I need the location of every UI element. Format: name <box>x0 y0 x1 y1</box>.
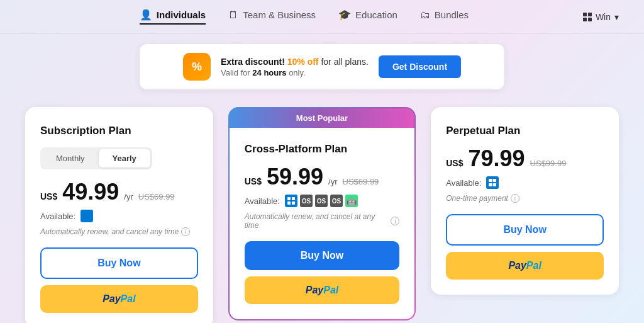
cross-platform-buy-button[interactable]: Buy Now <box>245 241 400 270</box>
tab-team-business[interactable]: 🗒 Team & Business <box>228 9 316 25</box>
platform-label: Win <box>596 12 611 22</box>
cross-platform-icons: OS OS OS 🤖 <box>285 195 358 207</box>
perpetual-buy-button[interactable]: Buy Now <box>446 214 604 246</box>
cross-windows-icon <box>285 195 297 207</box>
discount-icon: % <box>183 53 211 81</box>
perpetual-platform-icons <box>486 176 499 189</box>
tab-individuals-label: Individuals <box>157 9 206 20</box>
discount-text: Extra discount! 10% off for all plans. V… <box>221 57 369 77</box>
platform-selector[interactable]: Win ▾ <box>583 12 619 22</box>
cross-platform-period: /yr <box>328 177 337 186</box>
subscription-renew-note: Automatically renew, and cancel any time… <box>40 227 198 236</box>
perpetual-payment-note: One-time payment i <box>446 194 604 203</box>
subscription-available-label: Available: <box>40 212 75 221</box>
tab-team-label: Team & Business <box>243 9 316 20</box>
discount-amount: 10% off <box>287 57 319 67</box>
perpetual-available-row: Available: <box>446 176 604 189</box>
chevron-down-icon: ▾ <box>614 12 619 22</box>
cross-platform-price: 59.99 <box>267 166 323 188</box>
cross-macos2-icon: OS <box>315 195 328 207</box>
billing-toggle: Monthly Yearly <box>40 147 152 169</box>
subscription-paypal-logo: PayPal <box>103 293 135 305</box>
cross-platform-plan-title: Cross-Platform Plan <box>245 143 400 156</box>
perpetual-plan-card: Perpetual Plan US$ 79.99 US$99.99 Availa… <box>431 107 619 295</box>
nav-tabs: 👤 Individuals 🗒 Team & Business 🎓 Educat… <box>25 9 583 25</box>
cross-platform-currency: US$ <box>245 176 262 186</box>
nav-bar: 👤 Individuals 🗒 Team & Business 🎓 Educat… <box>0 0 644 34</box>
yearly-toggle-button[interactable]: Yearly <box>99 149 150 167</box>
perpetual-currency: US$ <box>446 158 463 168</box>
get-discount-button[interactable]: Get Discount <box>379 55 461 78</box>
subscription-price-row: US$ 49.99 /yr US$69.99 <box>40 181 198 203</box>
perpetual-original-price: US$99.99 <box>530 159 567 168</box>
perpetual-price: 79.99 <box>468 147 525 170</box>
cross-android-icon: 🤖 <box>345 195 358 207</box>
perpetual-paypal-logo: PayPal <box>508 260 541 271</box>
discount-prefix: Extra discount! <box>221 57 285 67</box>
subscription-plan-title: Subscription Plan <box>40 125 198 137</box>
most-popular-label: Most Popular <box>230 108 415 128</box>
cross-macos1-icon: OS <box>300 195 313 207</box>
discount-banner: % Extra discount! 10% off for all plans.… <box>140 44 504 89</box>
subscription-price: 49.99 <box>62 181 119 203</box>
tab-bundles-label: Bundles <box>435 9 469 20</box>
perpetual-plan-title: Perpetual Plan <box>446 125 604 137</box>
subscription-info-icon[interactable]: i <box>181 227 190 236</box>
tab-education[interactable]: 🎓 Education <box>338 9 397 25</box>
subscription-plan-card: Subscription Plan Monthly Yearly US$ 49.… <box>25 107 213 323</box>
windows-platform-icon <box>80 210 93 222</box>
monthly-toggle-button[interactable]: Monthly <box>42 149 99 167</box>
perpetual-info-icon[interactable]: i <box>511 194 519 203</box>
cross-platform-available-row: Available: OS OS OS 🤖 <box>245 195 400 207</box>
individuals-icon: 👤 <box>140 9 152 21</box>
cross-macos3-icon: OS <box>330 195 343 207</box>
perpetual-windows-icon <box>486 176 499 189</box>
plans-container: Subscription Plan Monthly Yearly US$ 49.… <box>0 99 644 323</box>
cross-platform-price-row: US$ 59.99 /yr US$69.99 <box>245 166 400 188</box>
windows-nav-icon <box>583 13 592 21</box>
perpetual-paypal-button[interactable]: PayPal <box>446 252 604 280</box>
cross-platform-renew-note: Automatically renew, and cancel at any t… <box>245 212 400 230</box>
cross-platform-info-icon[interactable]: i <box>391 217 399 225</box>
perpetual-available-label: Available: <box>446 178 481 188</box>
cross-platform-plan-card: Cross-Platform Plan US$ 59.99 /yr US$69.… <box>230 128 415 319</box>
cross-platform-paypal-button[interactable]: PayPal <box>245 276 400 304</box>
cross-platform-available-label: Available: <box>245 196 280 206</box>
subscription-platform-icons <box>80 210 93 222</box>
tab-education-label: Education <box>355 9 397 20</box>
perpetual-price-row: US$ 79.99 US$99.99 <box>446 147 604 170</box>
team-icon: 🗒 <box>228 9 238 21</box>
subscription-buy-button[interactable]: Buy Now <box>40 247 198 279</box>
discount-validity: Valid for 24 hours only. <box>221 68 369 77</box>
cross-platform-plan-wrapper: Most Popular Cross-Platform Plan US$ 59.… <box>228 107 416 320</box>
education-icon: 🎓 <box>338 9 351 21</box>
subscription-currency: US$ <box>40 191 57 201</box>
subscription-available-row: Available: <box>40 210 198 222</box>
cross-platform-paypal-logo: PayPal <box>306 285 338 296</box>
bundles-icon: 🗂 <box>420 9 430 21</box>
cross-platform-original-price: US$69.99 <box>343 177 379 186</box>
subscription-original-price: US$69.99 <box>138 192 175 201</box>
subscription-period: /yr <box>124 192 133 201</box>
subscription-paypal-button[interactable]: PayPal <box>40 285 198 313</box>
tab-bundles[interactable]: 🗂 Bundles <box>420 9 469 25</box>
tab-individuals[interactable]: 👤 Individuals <box>140 9 206 25</box>
discount-suffix: for all plans. <box>321 57 368 67</box>
